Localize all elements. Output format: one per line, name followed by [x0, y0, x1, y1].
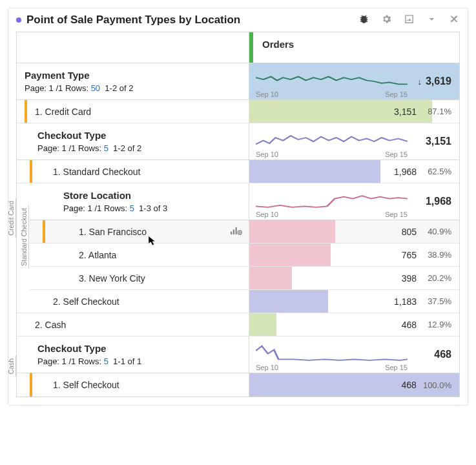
checkout-type-dimension-header[interactable]: Checkout Type Page: 1 /1 Rows: 5 1-1 of …: [17, 336, 459, 373]
table-row[interactable]: 2. Atlanta 765 38.9%: [30, 243, 459, 267]
table-row[interactable]: 2. Self Checkout 1,183 37.5%: [17, 290, 459, 313]
side-label-cash: Cash: [6, 356, 16, 377]
svg-rect-1: [233, 230, 234, 235]
table-row[interactable]: 1. Self Checkout 468 100.0%: [17, 373, 459, 397]
metric-total: 3,619: [426, 76, 451, 87]
credit-card-breakdown: Credit Card Checkout Type Page: 1 /1 Row…: [17, 123, 459, 313]
dimension-pagination: Page: 1 /1 Rows: 50 1-2 of 2: [25, 83, 241, 93]
trend-down-icon: ↓: [417, 77, 422, 87]
store-location-dimension-header[interactable]: Store Location Page: 1 /1 Rows: 5 1-3 of…: [30, 183, 459, 220]
dimension-header-cell: [17, 32, 249, 63]
panel-header: Point of Sale Payment Types by Location: [8, 8, 468, 32]
cash-breakdown: Cash Checkout Type Page: 1 /1 Rows: 5 1-…: [17, 336, 459, 397]
dimension-total: 1,968: [426, 196, 451, 207]
panel-toolbar: [358, 14, 460, 26]
row-percent: 87.1%: [423, 107, 451, 116]
export-image-icon[interactable]: [404, 14, 415, 26]
breakdown-table: Orders Payment Type Page: 1 /1 Rows: 50 …: [16, 32, 460, 397]
row-label: 1. Credit Card: [27, 107, 91, 117]
debug-icon[interactable]: [358, 14, 369, 26]
dimension-title: Payment Type: [25, 70, 241, 81]
table-row[interactable]: 3. New York City 398 20.2%: [30, 267, 459, 290]
standard-checkout-breakdown: Standard Checkout Store Location Page: 1…: [30, 183, 459, 290]
collapse-chevron-icon[interactable]: [426, 14, 437, 26]
table-row[interactable]: 1. Credit Card 3,151 87.1%: [17, 100, 459, 123]
metric-header-cell[interactable]: Orders: [249, 32, 459, 63]
row-value: 3,151: [394, 107, 417, 117]
rows-limit-link[interactable]: 5: [104, 356, 109, 366]
spark-start-label: Sep 10: [256, 90, 278, 98]
spark-end-label: Sep 15: [385, 90, 408, 98]
side-label-credit-card: Credit Card: [6, 198, 16, 238]
table-row[interactable]: 2. Cash 468 12.9%: [17, 313, 459, 336]
dimension-title: Store Location: [63, 190, 241, 201]
table-row[interactable]: 1. San Francisco 805 40.9%: [30, 220, 459, 243]
panel-title: Point of Sale Payment Types by Location: [26, 14, 353, 26]
analysis-panel: Point of Sale Payment Types by Location: [8, 8, 468, 406]
table-header-row: Orders: [17, 32, 459, 63]
dimension-title: Checkout Type: [37, 130, 241, 141]
side-label-standard-checkout: Standard Checkout: [19, 205, 29, 269]
payment-type-dimension-header[interactable]: Payment Type Page: 1 /1 Rows: 50 1-2 of …: [17, 63, 459, 100]
rows-limit-link[interactable]: 5: [130, 203, 134, 213]
metric-color-marker: [249, 32, 253, 63]
rows-limit-link[interactable]: 50: [91, 83, 100, 93]
settings-gear-icon[interactable]: [381, 14, 392, 26]
metric-name: Orders: [262, 39, 294, 50]
table-row[interactable]: 1. Standard Checkout 1,968 62.5%: [17, 160, 459, 183]
svg-rect-2: [236, 227, 237, 234]
dimension-total: 3,151: [426, 136, 451, 147]
dimension-pagination: Page: 1 /1 Rows: 5 1-3 of 3: [63, 203, 241, 213]
close-icon[interactable]: [449, 14, 460, 26]
checkout-type-dimension-header[interactable]: Checkout Type Page: 1 /1 Rows: 5 1-2 of …: [17, 123, 459, 160]
status-dot-icon: [16, 17, 21, 23]
svg-rect-0: [231, 232, 232, 235]
breakdown-icon[interactable]: [231, 226, 242, 237]
row-label: 1. Standard Checkout: [32, 167, 140, 177]
rows-limit-link[interactable]: 5: [104, 143, 109, 153]
dimension-pagination: Page: 1 /1 Rows: 5 1-2 of 2: [37, 143, 241, 153]
